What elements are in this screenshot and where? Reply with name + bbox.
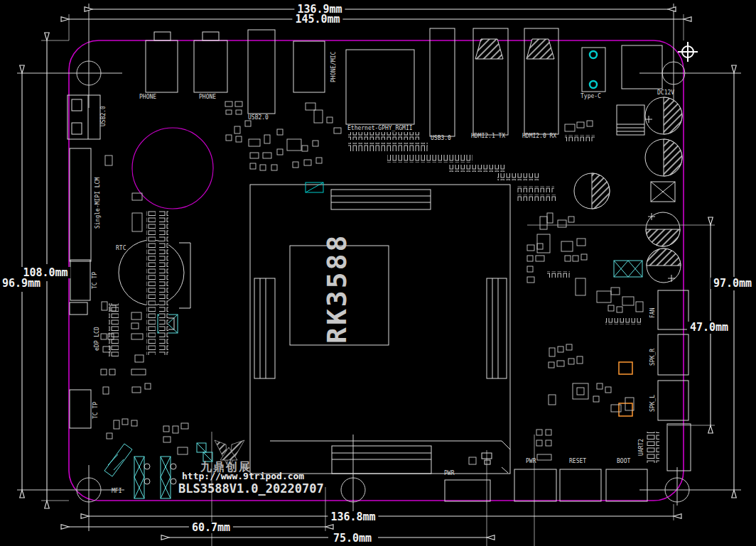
vendor-website: http://www.9tripod.com — [182, 471, 304, 481]
dc12v-jack — [622, 45, 662, 89]
tc-tp-connector-b — [70, 390, 91, 428]
usb3-connector — [430, 28, 455, 136]
pwr-button-label: PWR — [526, 458, 536, 464]
smd-pad-strips — [146, 132, 642, 355]
phone-mic-jack — [293, 41, 325, 92]
uart2-label: UART2 — [638, 439, 644, 456]
tc-tp-b-label: TC TP — [92, 402, 99, 419]
mounting-holes — [17, 4, 741, 531]
spk-r-label: SPK_R — [649, 349, 656, 366]
usb2-side-label: USB2.0 — [100, 106, 107, 126]
hdmi-rx-connector — [524, 28, 558, 134]
power-inductor — [614, 261, 642, 277]
edp-lcd-label: eDP LCD — [94, 327, 100, 351]
board-model: BLS3588V1.0_20220707 — [178, 481, 324, 496]
mipi-lcm-label: Single-MIPI LCM — [94, 178, 101, 229]
pwr-connector — [445, 480, 490, 501]
dim-left-inner: 96.9mm — [0, 278, 43, 289]
soc-module — [250, 182, 510, 474]
diode-pair — [197, 443, 212, 462]
hdmi-rx-label: HDMI2.0 RX — [522, 133, 556, 139]
usb2-side-connector — [68, 95, 100, 139]
pwr-conn-label: PWR — [444, 470, 454, 476]
phone-mic-label: PHONE/MIC — [330, 52, 337, 82]
ethernet-connector — [346, 50, 414, 124]
type-c-label: Type-C — [580, 93, 601, 99]
reset-button — [560, 469, 601, 501]
usb2-top-label: USB2.0 — [248, 114, 269, 121]
dim-top-outer: 145.0mm — [292, 13, 342, 25]
ram-chip-right — [487, 278, 507, 378]
pcb-drawing — [0, 0, 756, 546]
phone-a-label: PHONE — [139, 94, 156, 100]
rtc-label: RTC — [116, 245, 126, 251]
dim-bottom-left: 60.7mm — [189, 522, 233, 533]
fan-label: FAN — [649, 308, 656, 318]
mipi-lcm-connector — [70, 148, 91, 261]
usb-header-a — [134, 457, 150, 498]
ethernet-label: Ethernet-GPHY_RGMII — [347, 125, 413, 131]
type-c-connector — [582, 48, 605, 92]
soc-name: RK3588 — [321, 234, 352, 344]
boot-button-label: BOOT — [617, 458, 630, 464]
phone-b-label: PHONE — [199, 94, 216, 100]
dim-bottom-inner: 136.8mm — [328, 511, 378, 523]
ram-chip-left — [254, 278, 275, 378]
pwr-button — [514, 469, 556, 501]
dim-right-inner: 47.0mm — [687, 322, 731, 333]
usb3-label: USB3.0 — [431, 135, 451, 141]
dim-right-outer: 97.0mm — [711, 278, 755, 289]
hdmi-tx-label: HDMI2.1 TX — [471, 133, 505, 139]
capacitors — [574, 97, 682, 283]
tc-tp-a-label: TC TP — [92, 272, 98, 289]
dc12v-label: DC12V — [657, 89, 674, 96]
left-connectors — [68, 95, 119, 428]
spk-l-label: SPK_L — [649, 395, 656, 412]
dim-bottom-center: 75.0mm — [330, 533, 374, 544]
boot-button — [606, 469, 647, 501]
usb-header-b — [161, 457, 176, 498]
reset-button-label: RESET — [569, 458, 586, 464]
antenna-connector — [104, 444, 132, 476]
mfi-label: MFI — [112, 488, 122, 494]
speaker-outline — [132, 128, 213, 209]
hdmi-tx-connector — [473, 28, 508, 135]
pcb-cad-view: 136.9mm 145.0mm 108.0mm 96.9mm 97.0mm 47… — [0, 0, 756, 546]
usb2-top-connector — [248, 30, 275, 114]
top-connectors — [146, 28, 662, 136]
tc-tp-connector-a — [70, 260, 90, 300]
